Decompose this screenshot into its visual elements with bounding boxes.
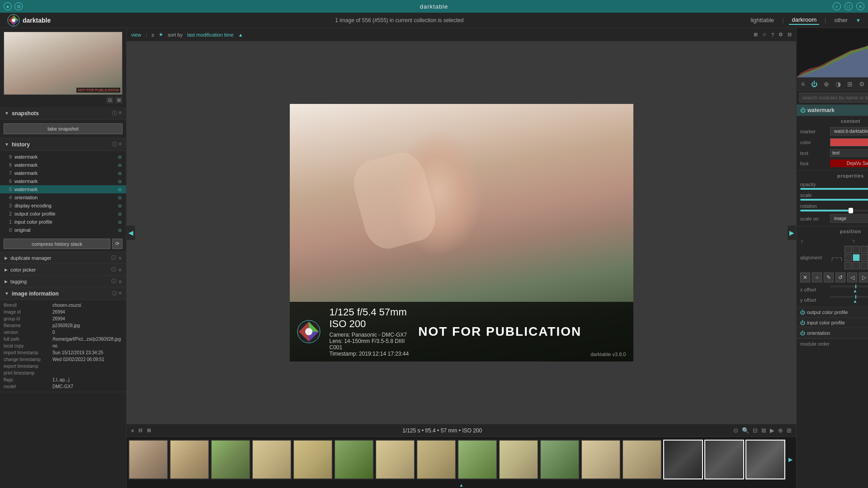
filter-help-icon[interactable]: ? [771, 32, 774, 38]
system-icon[interactable]: ● [4, 2, 12, 10]
ocp-power-icon[interactable]: ⏻ [800, 310, 805, 315]
settings-icon[interactable]: ⚙ [14, 2, 23, 10]
color-swatch[interactable] [830, 138, 868, 146]
history-item-4[interactable]: 4 orientation ⊙ [0, 193, 126, 202]
thumb-zoom-full[interactable]: ⊞ [115, 97, 123, 103]
filmstrip-item-12[interactable] [581, 440, 621, 479]
status-icon-3[interactable]: ⊟ [753, 427, 758, 434]
status-duplicate-icon[interactable]: ⊞ [147, 427, 151, 433]
mod-tool-list-icon[interactable]: ≡ [799, 80, 807, 89]
history-item-1[interactable]: 1 input color profile ⊙ [0, 218, 126, 226]
status-filmstrip-icon[interactable]: ⊟ [138, 427, 142, 433]
align-cell-tl[interactable] [844, 246, 852, 253]
tab-other[interactable]: other [831, 16, 850, 24]
filter-stars[interactable]: ★ [159, 32, 163, 38]
filmstrip-item-7[interactable] [375, 440, 415, 479]
filmstrip-item-6[interactable] [334, 440, 374, 479]
filter-rating-op[interactable]: ≥ [151, 32, 154, 38]
history-menu-icon[interactable]: ≡ [119, 141, 122, 148]
mod-tool-gear-icon[interactable]: ⚙ [857, 80, 867, 89]
filmstrip-item-16-selected[interactable] [745, 440, 785, 479]
status-icon-2[interactable]: 🔍 [742, 427, 749, 434]
history-item-7[interactable]: 7 watermark ⊙ [0, 169, 126, 177]
filmstrip-item-3[interactable] [211, 440, 250, 479]
align-cell-tc[interactable] [853, 246, 860, 253]
orient-power-icon[interactable]: ⏻ [800, 330, 805, 336]
image-info-icon[interactable]: ⓘ [112, 290, 117, 297]
align-cell-ml[interactable] [844, 254, 852, 261]
align-top-icon[interactable]: ─ [835, 254, 839, 261]
history-item-2[interactable]: 2 output color profile ⊙ [0, 210, 126, 218]
align-cell-bc[interactable] [853, 262, 860, 269]
module-search-input[interactable] [799, 93, 868, 103]
filmstrip-item-14-selected[interactable] [663, 440, 703, 479]
tab-darkroom[interactable]: darkroom [789, 15, 819, 25]
mod-tool-plus-icon[interactable]: ⊕ [822, 80, 831, 89]
history-item-9[interactable]: 9 watermark ⊙ [0, 153, 126, 161]
close-icon[interactable]: ✕ [856, 2, 864, 10]
color-picker-header[interactable]: ▶ color picker ⓘ ≡ [0, 264, 126, 275]
align-cell-br[interactable] [861, 262, 868, 269]
rotation-slider-thumb[interactable] [849, 208, 853, 213]
color-picker-menu-icon[interactable]: ≡ [119, 267, 122, 272]
history-item-6[interactable]: 6 watermark ⊙ [0, 177, 126, 185]
action-btn-prev[interactable]: ◁ [847, 272, 857, 282]
status-grid-icon[interactable]: ≡ [131, 428, 134, 433]
image-info-header[interactable]: ▼ image information ⓘ ≡ [0, 287, 126, 300]
duplicate-manager-menu-icon[interactable]: ≡ [119, 255, 122, 261]
orientation-header[interactable]: ⏻ orientation ⊡ ⊠ ↺ ≡ [797, 328, 868, 338]
filter-grid-icon[interactable]: ⊞ [754, 32, 758, 38]
tab-lighttable[interactable]: lighttable [748, 16, 777, 24]
align-top-right-icon[interactable]: ┐ [840, 254, 844, 261]
action-btn-pen[interactable]: ✎ [824, 272, 834, 282]
history-header[interactable]: ▼ history ⓘ ≡ [0, 138, 126, 151]
status-icon-1[interactable]: ⊙ [733, 427, 738, 434]
filmstrip-item-9[interactable] [458, 440, 497, 479]
align-cell-mr[interactable] [861, 254, 868, 261]
preview-thumbnail[interactable]: NOT FOR PUBLICATION [4, 32, 123, 95]
filter-view[interactable]: view [131, 32, 141, 38]
x-offset-track[interactable] [830, 286, 868, 287]
next-image-arrow[interactable]: ▶ [788, 225, 796, 240]
filmstrip-item-2[interactable] [170, 440, 209, 479]
align-cell-bl[interactable] [844, 262, 852, 269]
filmstrip-item-8[interactable] [416, 440, 456, 479]
filmstrip-item-11[interactable] [540, 440, 580, 479]
action-btn-next[interactable]: ▷ [859, 272, 868, 282]
snapshots-header[interactable]: ▼ snapshots ⓘ ≡ [0, 107, 126, 120]
filter-sort-value[interactable]: last modification time [187, 32, 234, 38]
filter-star-icon[interactable]: ☆ [762, 32, 767, 38]
align-top-left-icon[interactable]: ┌ [830, 254, 834, 261]
status-icon-7[interactable]: ⊞ [787, 427, 792, 434]
filmstrip-item-5[interactable] [293, 440, 333, 479]
rotation-slider-track[interactable] [800, 210, 868, 211]
status-icon-6[interactable]: ⊕ [778, 427, 783, 434]
mod-tool-power-icon[interactable]: ⏻ [809, 80, 819, 89]
y-offset-track[interactable] [830, 296, 868, 298]
tagging-header[interactable]: ▶ tagging ⓘ ≡ [0, 276, 126, 287]
history-info-icon[interactable]: ⓘ [112, 141, 117, 148]
action-btn-circle[interactable]: ○ [812, 272, 822, 282]
snapshots-info-icon[interactable]: ⓘ [112, 110, 117, 117]
watermark-power-icon[interactable]: ⏻ [800, 107, 806, 113]
mod-tool-color-icon[interactable]: ◑ [834, 80, 843, 89]
history-item-5[interactable]: 5 watermark ⊙ [0, 185, 126, 193]
opacity-slider-track[interactable] [800, 188, 868, 190]
icp-power-icon[interactable]: ⏻ [800, 320, 805, 325]
image-info-menu-icon[interactable]: ≡ [119, 290, 122, 297]
watermark-module-header[interactable]: ⏻ watermark ⊡ ⊠ ↺ ≡ [797, 105, 868, 116]
scale-slider-track[interactable] [800, 199, 868, 201]
align-cell-mc[interactable] [853, 254, 860, 261]
duplicate-manager-header[interactable]: ▶ duplicate manager ⓘ ≡ [0, 252, 126, 263]
nav-dropdown-arrow[interactable]: ▼ [856, 18, 861, 23]
filter-sort-arrow[interactable]: ▲ [238, 32, 243, 38]
filter-gear2-icon[interactable]: ⊟ [788, 32, 792, 38]
thumb-zoom-fit[interactable]: ⊡ [106, 97, 113, 103]
filmstrip-bottom-arrow[interactable]: ▲ [127, 482, 796, 488]
history-item-3[interactable]: 3 display encoding ⊙ [0, 202, 126, 210]
history-item-8[interactable]: 8 watermark ⊙ [0, 161, 126, 169]
filmstrip-item-1[interactable] [128, 440, 168, 479]
filmstrip-item-4[interactable] [252, 440, 292, 479]
take-snapshot-button[interactable]: take snapshot [4, 123, 123, 134]
filter-settings-icon[interactable]: ⚙ [778, 32, 783, 38]
